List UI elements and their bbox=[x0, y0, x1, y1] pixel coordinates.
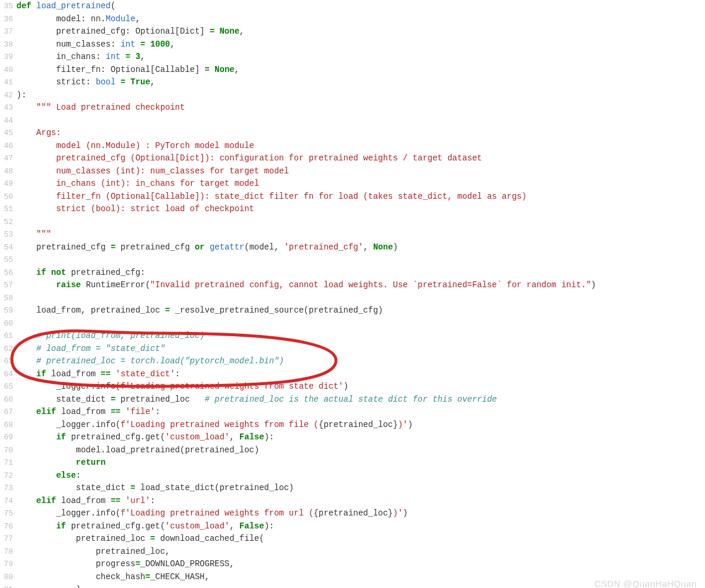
line-number: 56 bbox=[0, 267, 13, 280]
code-line bbox=[17, 254, 705, 267]
line-number: 38 bbox=[0, 38, 13, 51]
code-line: strict (bool): strict load of checkpoint bbox=[17, 203, 705, 216]
code-line: _logger.info(f'Loading pretrained weight… bbox=[17, 380, 705, 393]
code-line: model.load_pretrained(pretrained_loc) bbox=[17, 444, 705, 457]
code-line: model: nn.Module, bbox=[17, 13, 705, 26]
line-number: 49 bbox=[0, 178, 13, 190]
line-number: 68 bbox=[0, 419, 13, 432]
line-number: 41 bbox=[0, 76, 13, 89]
code-line bbox=[17, 292, 705, 305]
code-line: ): bbox=[17, 89, 705, 102]
line-number: 62 bbox=[0, 343, 13, 356]
line-number: 71 bbox=[0, 456, 13, 469]
code-line: if pretrained_cfg.get('custom_load', Fal… bbox=[17, 431, 705, 444]
code-line: """ Load pretrained checkpoint bbox=[17, 101, 705, 114]
line-number: 52 bbox=[0, 216, 13, 229]
code-line: state_dict = load_state_dict(pretrained_… bbox=[17, 482, 705, 495]
code-line: # pretrained_loc = torch.load("pytorch_m… bbox=[17, 355, 705, 368]
line-number: 43 bbox=[0, 101, 13, 114]
line-number: 74 bbox=[0, 495, 13, 508]
code-line: load_from, pretrained_loc = _resolve_pre… bbox=[17, 304, 705, 317]
line-number: 70 bbox=[0, 444, 13, 457]
line-number: 53 bbox=[0, 228, 13, 241]
line-number-gutter: 3536373839404142434445464748495051525354… bbox=[0, 0, 17, 588]
line-number: 73 bbox=[0, 482, 13, 495]
code-line: model (nn.Module) : PyTorch model module bbox=[17, 140, 705, 153]
line-number: 78 bbox=[0, 546, 13, 559]
line-number: 37 bbox=[0, 25, 13, 38]
line-number: 55 bbox=[0, 254, 13, 267]
code-line: return bbox=[17, 456, 705, 469]
line-number: 60 bbox=[0, 317, 13, 330]
code-line: num_classes: int = 1000, bbox=[17, 38, 705, 51]
code-line: progress=_DOWNLOAD_PROGRESS, bbox=[17, 558, 705, 571]
line-number: 57 bbox=[0, 279, 13, 292]
code-line: _logger.info(f'Loading pretrained weight… bbox=[17, 419, 705, 432]
code-line: if load_from == 'state_dict': bbox=[17, 368, 705, 381]
line-number: 39 bbox=[0, 51, 13, 64]
line-number: 67 bbox=[0, 406, 13, 419]
code-line bbox=[17, 216, 705, 229]
line-number: 61 bbox=[0, 330, 13, 343]
line-number: 75 bbox=[0, 507, 13, 520]
code-line bbox=[17, 317, 705, 330]
code-line: pretrained_cfg (Optional[Dict]): configu… bbox=[17, 152, 705, 165]
code-line: def load_pretrained( bbox=[17, 0, 705, 13]
line-number: 65 bbox=[0, 380, 13, 393]
code-line: num_classes (int): num_classes for targe… bbox=[17, 165, 705, 178]
line-number: 80 bbox=[0, 571, 13, 584]
code-line: elif load_from == 'url': bbox=[17, 495, 705, 508]
code-line: else: bbox=[17, 469, 705, 482]
line-number: 48 bbox=[0, 165, 13, 178]
code-line: pretrained_cfg = pretrained_cfg or getat… bbox=[17, 241, 705, 254]
code-line: strict: bool = True, bbox=[17, 76, 705, 89]
code-line: filter_fn (Optional[Callable]): state_di… bbox=[17, 190, 705, 203]
code-line: state_dict = pretrained_loc # pretrained… bbox=[17, 393, 705, 406]
code-line: pretrained_cfg: Optional[Dict] = None, bbox=[17, 25, 705, 38]
line-number: 76 bbox=[0, 520, 13, 533]
watermark: CSDN @QuanHaHQuan bbox=[594, 577, 697, 588]
code-line: # print(load_from, pretrained_loc) bbox=[17, 330, 705, 343]
line-number: 79 bbox=[0, 558, 13, 571]
code-line: pretrained_loc = download_cached_file( bbox=[17, 533, 705, 546]
code-line: elif load_from == 'file': bbox=[17, 406, 705, 419]
line-number: 64 bbox=[0, 368, 13, 381]
line-number: 46 bbox=[0, 140, 13, 153]
code-line: if not pretrained_cfg: bbox=[17, 267, 705, 280]
code-line bbox=[17, 114, 705, 127]
code-line: Args: bbox=[17, 127, 705, 140]
line-number: 42 bbox=[0, 89, 13, 102]
code-line: raise RuntimeError("Invalid pretrained c… bbox=[17, 279, 705, 292]
code-line: in_chans (int): in_chans for target mode… bbox=[17, 178, 705, 190]
code-line: filter_fn: Optional[Callable] = None, bbox=[17, 64, 705, 77]
line-number: 77 bbox=[0, 533, 13, 546]
line-number: 69 bbox=[0, 431, 13, 444]
code-line: if pretrained_cfg.get('custom_load', Fal… bbox=[17, 520, 705, 533]
line-number: 54 bbox=[0, 241, 13, 254]
code-line: """ bbox=[17, 228, 705, 241]
line-number: 58 bbox=[0, 292, 13, 305]
code-line: # load_from = "state_dict" bbox=[17, 343, 705, 356]
code-editor: 3536373839404142434445464748495051525354… bbox=[0, 0, 705, 588]
line-number: 47 bbox=[0, 152, 13, 165]
line-number: 50 bbox=[0, 190, 13, 203]
line-number: 40 bbox=[0, 64, 13, 77]
line-number: 35 bbox=[0, 0, 13, 13]
line-number: 51 bbox=[0, 203, 13, 216]
line-number: 59 bbox=[0, 304, 13, 317]
code-line: in_chans: int = 3, bbox=[17, 51, 705, 64]
line-number: 81 bbox=[0, 583, 13, 588]
line-number: 63 bbox=[0, 355, 13, 368]
code-area[interactable]: def load_pretrained( model: nn.Module, p… bbox=[17, 0, 705, 588]
line-number: 36 bbox=[0, 13, 13, 26]
code-line: pretrained_loc, bbox=[17, 546, 705, 559]
line-number: 66 bbox=[0, 393, 13, 406]
line-number: 72 bbox=[0, 469, 13, 482]
code-line: _logger.info(f'Loading pretrained weight… bbox=[17, 507, 705, 520]
line-number: 45 bbox=[0, 127, 13, 140]
line-number: 44 bbox=[0, 114, 13, 127]
